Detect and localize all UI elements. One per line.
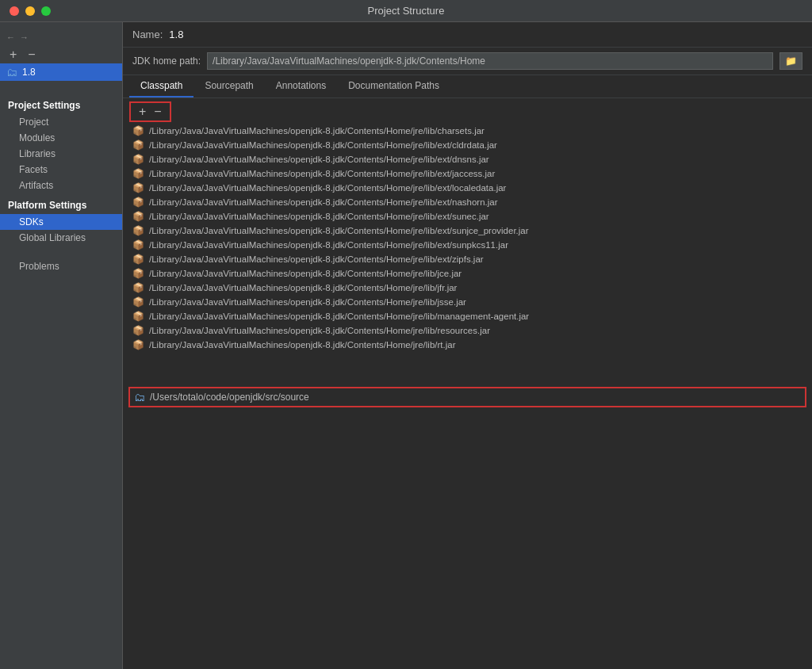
jar-icon: 📦 xyxy=(132,239,144,250)
tab-annotations[interactable]: Annotations xyxy=(265,75,337,97)
path-item[interactable]: 📦/Library/Java/JavaVirtualMachines/openj… xyxy=(129,224,806,238)
jar-icon: 📦 xyxy=(132,268,144,279)
titlebar: Project Structure xyxy=(0,0,812,22)
jdk-browse-button[interactable]: 📁 xyxy=(779,52,802,70)
path-item[interactable]: 📦/Library/Java/JavaVirtualMachines/openj… xyxy=(129,138,806,152)
window-title: Project Structure xyxy=(368,5,445,17)
name-value: 1.8 xyxy=(169,29,183,40)
tab-sourcepath[interactable]: Sourcepath xyxy=(193,75,264,97)
sidebar-item-artifacts[interactable]: Artifacts xyxy=(0,178,122,193)
name-label: Name: xyxy=(132,29,163,40)
add-sdk-button[interactable]: + xyxy=(6,48,20,62)
path-item[interactable]: 📦/Library/Java/JavaVirtualMachines/openj… xyxy=(129,152,806,166)
remove-sdk-button[interactable]: − xyxy=(25,48,38,62)
sidebar-item-project[interactable]: Project xyxy=(0,114,122,130)
add-remove-row: + − xyxy=(0,46,122,63)
jdk-row: JDK home path: 📁 xyxy=(123,48,812,75)
path-item[interactable]: 📦/Library/Java/JavaVirtualMachines/openj… xyxy=(129,323,806,338)
sidebar-item-libraries[interactable]: Libraries xyxy=(0,146,122,162)
jar-icon: 📦 xyxy=(132,339,144,350)
sidebar-item-sdks[interactable]: SDKs xyxy=(0,214,122,230)
sdk-item-18[interactable]: 🗂 1.8 xyxy=(0,63,122,81)
jar-icon: 📦 xyxy=(132,325,144,336)
window-controls xyxy=(10,6,51,16)
highlighted-path-label: /Users/totalo/code/openjdk/src/source xyxy=(150,392,309,403)
sidebar-item-modules[interactable]: Modules xyxy=(0,130,122,146)
jar-icon: 📦 xyxy=(132,154,144,165)
jar-icon: 📦 xyxy=(132,296,144,308)
main-layout: ← → + − 🗂 1.8 Project Settings Project M… xyxy=(0,22,812,669)
path-item[interactable]: 📦/Library/Java/JavaVirtualMachines/openj… xyxy=(129,338,806,352)
sdk-item-label: 1.8 xyxy=(22,67,36,78)
paths-list: 📦/Library/Java/JavaVirtualMachines/openj… xyxy=(123,122,812,384)
jdk-path-input[interactable] xyxy=(207,52,773,70)
jar-icon: 📦 xyxy=(132,182,144,193)
folder-icon: 🗂 xyxy=(134,391,145,403)
jar-icon: 📦 xyxy=(132,197,144,208)
path-item[interactable]: 📦/Library/Java/JavaVirtualMachines/openj… xyxy=(129,124,806,138)
jar-icon: 📦 xyxy=(132,140,144,151)
path-item[interactable]: 📦/Library/Java/JavaVirtualMachines/openj… xyxy=(129,252,806,266)
path-item[interactable]: 📦/Library/Java/JavaVirtualMachines/openj… xyxy=(129,266,806,281)
jdk-label: JDK home path: xyxy=(132,55,201,67)
path-item[interactable]: 📦/Library/Java/JavaVirtualMachines/openj… xyxy=(129,181,806,195)
tab-documentation-paths[interactable]: Documentation Paths xyxy=(337,75,450,97)
path-item[interactable]: 📦/Library/Java/JavaVirtualMachines/openj… xyxy=(129,295,806,309)
path-item[interactable]: 📦/Library/Java/JavaVirtualMachines/openj… xyxy=(129,209,806,224)
sidebar-item-problems[interactable]: Problems xyxy=(0,258,122,274)
path-item[interactable]: 📦/Library/Java/JavaVirtualMachines/openj… xyxy=(129,195,806,209)
highlighted-path-item[interactable]: 🗂 /Users/totalo/code/openjdk/src/source xyxy=(129,388,806,407)
jar-icon: 📦 xyxy=(132,282,144,293)
jar-icon: 📦 xyxy=(132,125,144,136)
project-settings-header: Project Settings xyxy=(0,94,122,114)
remove-path-button[interactable]: − xyxy=(151,105,164,119)
forward-arrow[interactable]: → xyxy=(20,32,29,42)
path-item[interactable]: 📦/Library/Java/JavaVirtualMachines/openj… xyxy=(129,238,806,252)
folder-icon: 🗂 xyxy=(6,66,17,78)
minimize-button[interactable] xyxy=(25,6,35,16)
platform-settings-header: Platform Settings xyxy=(0,193,122,214)
sidebar-item-global-libraries[interactable]: Global Libraries xyxy=(0,230,122,246)
jar-icon: 📦 xyxy=(132,211,144,222)
path-item[interactable]: 📦/Library/Java/JavaVirtualMachines/openj… xyxy=(129,166,806,181)
tab-classpath[interactable]: Classpath xyxy=(129,75,193,97)
sidebar-nav-row: ← → xyxy=(0,29,122,46)
sidebar-item-facets[interactable]: Facets xyxy=(0,162,122,178)
jar-icon: 📦 xyxy=(132,311,144,322)
back-arrow[interactable]: ← xyxy=(6,32,15,42)
name-row: Name: 1.8 xyxy=(123,22,812,48)
jar-icon: 📦 xyxy=(132,168,144,179)
add-remove-toolbar: + − xyxy=(129,101,171,122)
maximize-button[interactable] xyxy=(41,6,51,16)
tabs-row: Classpath Sourcepath Annotations Documen… xyxy=(123,75,812,98)
jar-icon: 📦 xyxy=(132,225,144,236)
jar-icon: 📦 xyxy=(132,254,144,265)
path-item[interactable]: 📦/Library/Java/JavaVirtualMachines/openj… xyxy=(129,309,806,323)
close-button[interactable] xyxy=(10,6,19,16)
add-path-button[interactable]: + xyxy=(136,105,149,119)
sidebar: ← → + − 🗂 1.8 Project Settings Project M… xyxy=(0,22,123,669)
path-item[interactable]: 📦/Library/Java/JavaVirtualMachines/openj… xyxy=(129,281,806,295)
content-area: Name: 1.8 JDK home path: 📁 Classpath Sou… xyxy=(123,22,812,669)
